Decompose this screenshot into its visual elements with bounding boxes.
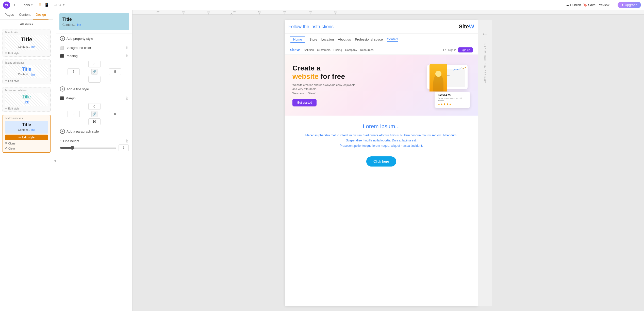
margin-link-icon[interactable]: 🔗 <box>91 111 97 117</box>
line-height-slider[interactable] <box>60 146 117 150</box>
preview-content: Content... link <box>62 23 126 27</box>
padding-right-input[interactable] <box>109 68 121 75</box>
publish-button[interactable]: ☁Publish <box>566 3 581 7</box>
instructions-text: Follow the instructions <box>288 24 334 29</box>
person-image <box>430 64 447 92</box>
delete-line-height[interactable]: 🗑 <box>125 139 129 143</box>
card-content-4: Content... link <box>7 128 46 131</box>
nav-customers[interactable]: Customers <box>317 48 331 51</box>
edit-style-4[interactable]: ✏Edit style <box>5 135 48 140</box>
add-property-style-btn[interactable]: + Add property style <box>56 33 132 44</box>
add-paragraph-style-btn[interactable]: + Add a paragraph style <box>56 126 132 136</box>
device-icons: 🖥 📱 <box>38 3 49 7</box>
nav-store[interactable]: Store <box>309 38 317 41</box>
padding-section: ⬛ Padding 🗑 🔗 <box>56 52 132 84</box>
left-sidebar: Pages Content Design All styles Titre du… <box>0 10 53 311</box>
hero-section: Create a website for free Website creati… <box>285 55 478 116</box>
padding-top-input[interactable] <box>88 61 101 67</box>
delete-bg-color[interactable]: 🗑 <box>125 46 129 50</box>
all-styles-title: All styles <box>0 20 53 28</box>
sidebar-collapse-btn[interactable]: ◀ <box>53 10 56 311</box>
margin-top-input[interactable] <box>88 103 101 110</box>
bg-color-icon: ⬜ <box>60 46 64 50</box>
main-nav: Home Store Location About us Professiona… <box>285 34 478 45</box>
svg-text:800: 800 <box>334 11 337 13</box>
svg-text:100: 100 <box>156 11 159 13</box>
card-label-4: Textes annexes <box>5 117 48 120</box>
preview-box: Title Content... link <box>59 13 129 30</box>
card-title-3: Title <box>6 94 47 100</box>
line-height-value[interactable]: 1 <box>119 144 129 151</box>
nav-pricing[interactable]: Pricing <box>334 48 342 51</box>
logo-icon[interactable]: W <box>3 2 10 9</box>
margin-section: ⬛ Margin 🗑 🔗 <box>56 94 132 126</box>
padding-bottom-input[interactable] <box>88 76 101 83</box>
padding-link-icon[interactable]: 🔗 <box>91 69 97 75</box>
nav-lang[interactable]: En <box>443 49 446 51</box>
padding-header: ⬛ Padding 🗑 <box>56 52 132 60</box>
hero-subtitle: Website creation should always be easy, … <box>292 83 379 96</box>
svg-text:600: 600 <box>283 11 286 13</box>
margin-icon: ⬛ <box>60 96 64 100</box>
padding-icon: ⬛ <box>60 54 64 58</box>
save-button[interactable]: 🔖 Save <box>583 3 596 7</box>
upgrade-button[interactable]: ✦ Upgrade <box>618 2 641 8</box>
nav-solution[interactable]: Solution <box>304 48 314 51</box>
lorem-section: Lorem ipsum... Macenas pharetra metud in… <box>285 116 478 174</box>
edit-style-3[interactable]: ✏Edit style <box>5 107 48 110</box>
delete-padding[interactable]: 🗑 <box>125 54 129 58</box>
svg-text:700: 700 <box>309 11 312 13</box>
style-card-textes-secondaires: Textes secondaires Title link ✏Edit styl… <box>3 87 51 112</box>
margin-right-input[interactable] <box>109 111 121 117</box>
padding-label: Padding <box>65 54 78 58</box>
hero-title: Create a website for free <box>292 64 379 81</box>
edit-style-2[interactable]: ✏Edit style <box>5 79 48 82</box>
desktop-icon[interactable]: 🖥 <box>38 3 42 7</box>
svg-text:500: 500 <box>258 11 261 13</box>
card-label-1: Titre du site <box>5 31 48 34</box>
tab-design[interactable]: Design <box>33 10 48 20</box>
mobile-icon[interactable]: 📱 <box>44 3 49 7</box>
nav-about[interactable]: About us <box>338 38 351 41</box>
tab-pages[interactable]: Pages <box>2 10 16 20</box>
canvas-page: Follow the instructions SiteW Home Store… <box>285 20 478 306</box>
advised-width-text: Advised minimum width <box>484 43 486 83</box>
topbar-divider <box>19 3 19 8</box>
add-title-style-btn[interactable]: + Add a title style <box>56 84 132 94</box>
undo-button[interactable]: ↩ <box>54 3 57 7</box>
card-content-3: link <box>6 100 47 103</box>
rating-stars: ★★★★★ <box>438 102 467 106</box>
hero-cta-btn[interactable]: Get started <box>292 99 317 106</box>
card-content-1: Content... link <box>6 45 47 48</box>
preview-button[interactable]: Preview <box>598 3 609 7</box>
nav-resources[interactable]: Resources <box>360 48 374 51</box>
clear-action[interactable]: ↺Clear <box>5 146 48 151</box>
nav-home[interactable]: Home <box>290 36 305 43</box>
click-here-btn[interactable]: Click here <box>366 156 396 167</box>
nav-signin[interactable]: Sign in <box>448 49 456 51</box>
card-title-2: Title <box>6 67 47 72</box>
edit-style-1[interactable]: ✏Edit style <box>5 51 48 55</box>
nav-professional[interactable]: Professional space <box>355 38 383 41</box>
tools-menu[interactable]: Tools ▼ <box>22 3 33 7</box>
redo-button[interactable]: ↪ <box>58 3 61 7</box>
add-title-circle-icon: + <box>60 86 65 92</box>
more-button[interactable]: ⋯ <box>612 3 616 7</box>
style-card-titre-site: Titre du site Title Content... link ✏Edi… <box>3 29 51 57</box>
margin-bottom-input[interactable] <box>88 118 101 125</box>
delete-margin[interactable]: 🗑 <box>125 96 129 100</box>
nav-contact[interactable]: Contact <box>387 37 398 42</box>
sidebar-tabs: Pages Content Design <box>0 10 53 20</box>
clone-action[interactable]: ⧉Clone <box>5 141 48 145</box>
nav-location[interactable]: Location <box>321 38 334 41</box>
padding-left-input[interactable] <box>68 68 80 75</box>
tab-content[interactable]: Content <box>16 10 33 20</box>
nav-company[interactable]: Company <box>345 48 357 51</box>
margin-left-input[interactable] <box>68 111 80 117</box>
line-height-section: ↕ Line height 🗑 1 <box>56 136 132 154</box>
preview-nav-logo: SiteW <box>290 48 300 52</box>
line-height-header: ↕ Line height 🗑 <box>60 139 129 143</box>
right-strip: ← Advised minimum width <box>478 20 492 306</box>
signup-btn[interactable]: Sign up <box>458 47 473 52</box>
preview-navbar: SiteW Solution Customers Pricing Company… <box>285 45 478 55</box>
